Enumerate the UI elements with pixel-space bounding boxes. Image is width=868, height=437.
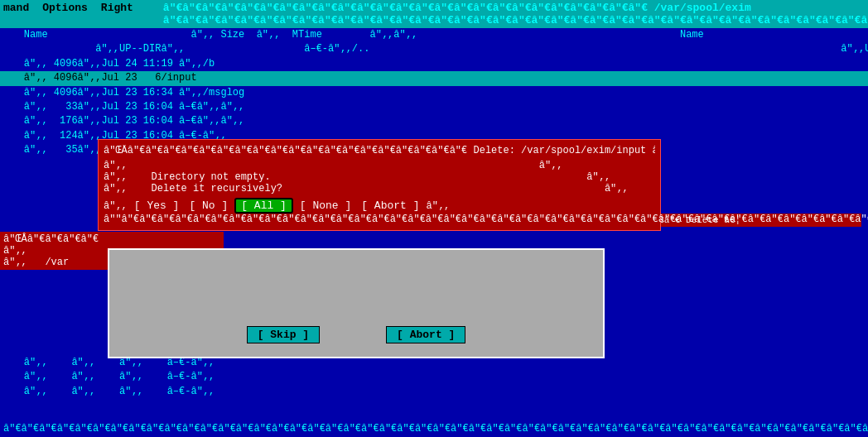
delete-dialog-body: â"‚, â"‚, â"‚, Directory not empty. â"‚,… <box>104 160 655 194</box>
menu-bar: mand Options Right â"€â"€â"€â"€â"€â"€â"€… <box>0 0 868 28</box>
terminal: mand Options Right â"€â"€â"€â"€â"€â"€â"€… <box>0 0 868 437</box>
file-row-2: â"‚, 33â"‚,Jul 23 16:04 â–€â"‚,â"‚, <box>0 100 868 114</box>
menu-item-command[interactable]: mand <box>3 2 29 26</box>
progress-content <box>126 263 586 313</box>
no-button[interactable]: [ No ] <box>186 199 231 213</box>
yes-button[interactable]: [ Yes ] <box>131 199 183 213</box>
progress-dialog: [ Skip ] [ Abort ] <box>108 248 605 358</box>
bottom-rows: â"‚, â"‚, â"‚, â–€-â"‚, â"‚, â"‚, â"‚, â… <box>0 356 868 399</box>
file-row-input-selected[interactable]: â"‚, 4096â"‚,Jul 23 6/input â"‚, 8519680… <box>0 71 868 85</box>
delete-dialog-prefix: â"‚, <box>104 200 128 212</box>
delete-dialog-title: â"ŒÅâ"€â"€â"€â"€â"€â"€â"€â"€â"€â"€â"€â"€… <box>104 145 655 156</box>
menu-path: â"€â"€â"€â"€â"€â"€â"€â"€â"€â"€â"€â"€â"€â… <box>163 2 868 26</box>
skip-button[interactable]: [ Skip ] <box>247 326 320 343</box>
file-row-updir-left: â"‚,UP--DIRâ"‚, â–€-â"‚,/.. â"‚,UP--DI 4… <box>0 42 868 56</box>
delete-dialog-bottom: â""â"€â"€â"€â"€â"€â"€â"€â"€â"€â"€â"€â"€â… <box>104 214 655 225</box>
bottom-row-2: â"‚, â"‚, â"‚, â–€-â"‚, <box>0 370 868 384</box>
abort-button-dialog[interactable]: [ Abort ] <box>358 199 422 213</box>
menu-item-right[interactable]: Right <box>101 2 133 26</box>
delete-dialog: â"ŒÅâ"€â"€â"€â"€â"€â"€â"€â"€â"€â"€â"€â"€… <box>98 139 661 231</box>
col-headers: Name â"‚, Size â"‚, MTime â"‚,â"‚, Name … <box>0 28 868 42</box>
delete-line-1: â"‚, â"‚, <box>104 160 655 171</box>
progress-line-1 <box>126 263 586 275</box>
abort-button[interactable]: [ Abort ] <box>386 326 465 343</box>
file-row-1: â"‚, 4096â"‚,Jul 24 11:19 â"‚,/b <box>0 57 868 71</box>
delete-line-2: â"‚, Directory not empty. â"‚, <box>104 171 655 183</box>
all-button[interactable]: [ All ] <box>234 198 293 214</box>
file-row-msglog: â"‚, 4096â"‚,Jul 23 16:34 â"‚,/msglog â"… <box>0 86 868 100</box>
delete-dialog-buttons-row: â"‚, [ Yes ] [ No ] [ All ] [ None ] [ A… <box>104 198 655 214</box>
menu-item-options[interactable]: Options <box>42 2 88 26</box>
delete-line-3: â"‚, Delete it recursively? â"‚, <box>104 183 655 194</box>
progress-line-3 <box>126 286 586 298</box>
none-button[interactable]: [ None ] <box>297 199 354 213</box>
status-bar: â"€â"€â"€â"€â"€â"€â"€â"€â"€â"€â"€â"€â"€â… <box>0 420 868 437</box>
delete-dialog-suffix: â"‚, <box>426 200 450 212</box>
progress-dialog-buttons: [ Skip ] [ Abort ] <box>247 326 466 343</box>
progress-line-2 <box>126 275 586 286</box>
file-row-3: â"‚, 176â"‚,Jul 23 16:04 â–€â"‚,â"‚, <box>0 114 868 128</box>
bottom-row-3: â"‚, â"‚, â"‚, â–€-â"‚, <box>0 385 868 399</box>
